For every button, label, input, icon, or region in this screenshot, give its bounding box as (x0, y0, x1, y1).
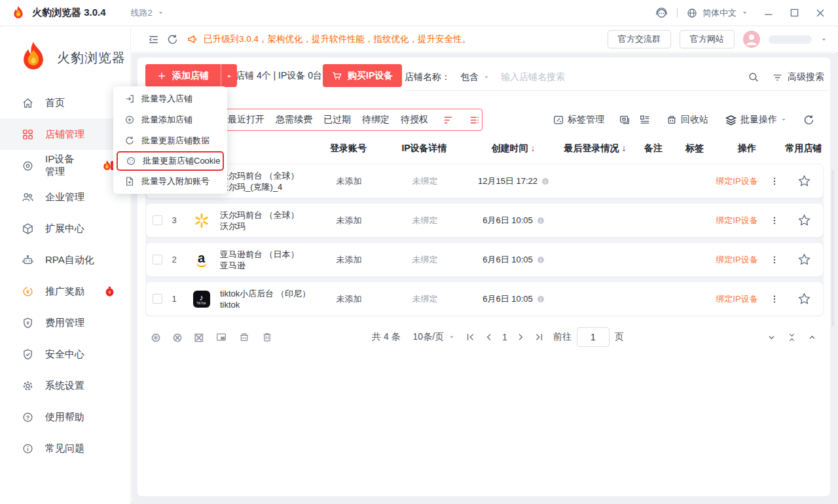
bind-ip-device-link[interactable]: 绑定IP设备 (716, 293, 757, 305)
support-chat-icon[interactable] (655, 6, 668, 20)
star-icon[interactable] (797, 292, 811, 306)
sidebar-item-system-settings[interactable]: 系统设置 (0, 370, 130, 401)
maximize-icon[interactable] (789, 7, 800, 18)
avatar[interactable] (743, 31, 760, 48)
star-icon[interactable] (797, 174, 811, 188)
page-size-select[interactable]: 10条/页 (413, 331, 444, 343)
sort-list-icon[interactable] (469, 115, 481, 126)
scrollbar[interactable] (831, 170, 834, 327)
collapse-vertical-icon[interactable] (787, 333, 797, 342)
col-tag: 标签 (679, 143, 710, 154)
refresh-table-icon[interactable] (803, 114, 815, 126)
col-created-time[interactable]: 创建时间 ↓ (464, 143, 562, 154)
prev-page-icon[interactable] (484, 332, 494, 342)
trash-icon[interactable] (261, 331, 273, 343)
advanced-search[interactable]: 高级搜索 (772, 71, 824, 83)
window-view-icon[interactable] (619, 114, 630, 126)
next-page-icon[interactable] (515, 332, 526, 342)
current-page[interactable]: 1 (502, 332, 507, 342)
sidebar-item-extension-center[interactable]: 扩展中心 (0, 213, 130, 244)
more-dots-icon[interactable] (769, 255, 780, 265)
menu-item-batch-import-extra-accounts[interactable]: 批量导入附加账号 (113, 171, 227, 192)
sidebar-item-home[interactable]: 首页 (0, 87, 130, 118)
tab-renewal-needed[interactable]: 急需续费 (276, 114, 312, 126)
sidebar-item-security-center[interactable]: 安全中心 (0, 338, 130, 370)
list-layout-icon[interactable] (639, 114, 651, 126)
sort-arrow-created[interactable]: ↓ (530, 143, 535, 153)
tag-manage-button[interactable]: 标签管理 (553, 114, 604, 126)
row-checkbox[interactable] (153, 215, 162, 225)
row-checkbox[interactable] (153, 294, 162, 304)
more-dots-icon[interactable] (769, 176, 780, 187)
star-icon[interactable] (797, 213, 811, 227)
minimize-icon[interactable] (763, 7, 774, 19)
square-x-icon[interactable]: ⊠ (194, 331, 204, 344)
more-dots-icon[interactable] (769, 294, 780, 304)
store-name-cell[interactable]: 沃尔玛前台 （全球） 沃尔玛 (220, 209, 313, 232)
image-window-icon[interactable] (215, 331, 227, 343)
col-last-login[interactable]: 最后登录情况 ↓ (562, 143, 628, 154)
sort-descending-icon[interactable] (443, 115, 454, 126)
star-icon[interactable] (797, 253, 811, 266)
language-selector[interactable]: 简体中文 (702, 7, 737, 19)
batch-operations-button[interactable]: 批量操作 (725, 114, 787, 126)
official-group-button[interactable]: 官方交流群 (608, 30, 671, 48)
refresh-icon[interactable] (166, 33, 179, 46)
official-site-button[interactable]: 官方网站 (680, 30, 735, 48)
bind-ip-device-link[interactable]: 绑定IP设备 (716, 215, 757, 226)
add-store-split-button[interactable]: 添加店铺 (145, 64, 237, 87)
bind-ip-device-link[interactable]: 绑定IP设备 (716, 254, 757, 266)
chevron-down-icon[interactable] (767, 333, 776, 342)
info-icon[interactable] (536, 295, 545, 304)
sidebar-item-promotion-reward[interactable]: 推广奖励 (0, 276, 130, 307)
search-operator-select[interactable]: 包含 (460, 71, 479, 83)
tab-expired[interactable]: 已过期 (323, 114, 351, 126)
close-icon[interactable] (814, 7, 826, 19)
menu-item-batch-import-stores[interactable]: 批量导入店铺 (113, 88, 227, 109)
search-icon[interactable] (748, 71, 759, 83)
store-search-input[interactable]: 输入店铺名搜索 (501, 71, 748, 83)
info-icon[interactable] (536, 216, 545, 225)
sort-arrow-last-login[interactable]: ↓ (621, 143, 626, 153)
chevron-down-icon[interactable] (448, 334, 455, 340)
sidebar-item-rpa[interactable]: RPA自动化 (0, 244, 130, 276)
info-icon[interactable] (536, 255, 545, 264)
recycle-bin-icon[interactable] (238, 331, 250, 343)
sidebar-item-help[interactable]: 使用帮助 (0, 401, 130, 433)
add-store-button[interactable]: 添加店铺 (145, 64, 221, 87)
menu-item-batch-update-store-data[interactable]: 批量更新店铺数据 (113, 130, 227, 151)
menu-item-batch-update-store-cookie[interactable]: 批量更新店铺Cookie (117, 151, 224, 171)
chevron-up-icon[interactable] (807, 333, 817, 342)
buy-ip-device-button[interactable]: 购买IP设备 (323, 64, 402, 87)
globe-icon[interactable] (686, 7, 698, 19)
info-icon[interactable] (541, 177, 550, 186)
sidebar-item-store-management[interactable]: 店铺管理 (0, 118, 130, 150)
more-dots-icon[interactable] (769, 215, 780, 226)
sidebar-item-faq[interactable]: 常见问题 (0, 433, 130, 464)
first-page-icon[interactable] (465, 332, 476, 342)
store-name-cell[interactable]: 亚马逊前台 （日本） 亚马逊 (220, 249, 313, 271)
sidebar-item-fee-management[interactable]: 费用管理 (0, 307, 130, 338)
menu-item-batch-add-stores[interactable]: 批量添加店铺 (113, 109, 227, 130)
tab-to-authorize[interactable]: 待授权 (401, 114, 428, 126)
sidebar-item-ip-device[interactable]: IP设备管理 HOT (0, 150, 130, 181)
circle-x-icon[interactable]: ⊗ (172, 331, 183, 344)
chevron-down-icon[interactable] (741, 9, 748, 16)
store-name-cell[interactable]: tiktok小店后台 （印尼） tiktok (220, 288, 313, 310)
favorite-cell (784, 253, 824, 266)
line-selector[interactable]: 线路2 (131, 7, 164, 19)
recycle-bin-button[interactable]: 回收站 (666, 114, 708, 126)
add-store-dropdown-toggle[interactable] (221, 64, 237, 87)
aperture-icon[interactable]: ⊛ (151, 331, 161, 344)
row-checkbox[interactable] (153, 255, 162, 264)
goto-page-input[interactable] (577, 327, 610, 347)
tab-to-bind[interactable]: 待绑定 (362, 114, 390, 126)
chevron-down-icon[interactable] (820, 36, 828, 43)
chevron-down-icon[interactable] (483, 74, 490, 81)
sidebar-item-enterprise[interactable]: 企业管理 (0, 181, 130, 213)
last-page-icon[interactable] (534, 332, 544, 342)
store-name-cell[interactable]: 沃尔玛前台 （全球） 沃尔玛_(克隆)_4 (220, 170, 313, 192)
bind-ip-device-link[interactable]: 绑定IP设备 (716, 175, 757, 187)
tab-recently-opened[interactable]: 最近打开 (228, 114, 264, 126)
collapse-panel-icon[interactable] (147, 33, 160, 46)
